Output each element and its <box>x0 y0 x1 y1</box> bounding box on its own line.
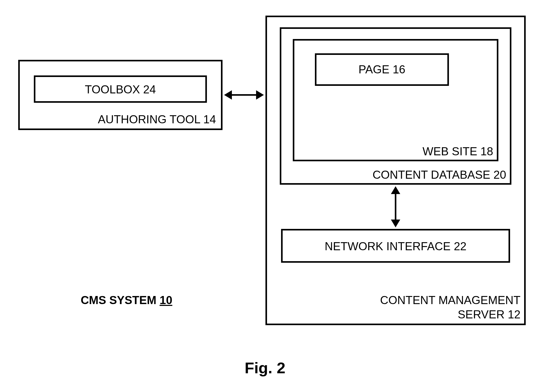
web-site-label: WEB SITE 18 <box>293 145 493 158</box>
diagram-stage: TOOLBOX 24 AUTHORING TOOL 14 CONTENT DAT… <box>0 0 546 392</box>
network-interface-label: NETWORK INTERFACE 22 <box>281 240 510 253</box>
cms-title-text: CMS SYSTEM <box>81 294 156 306</box>
figure-caption: Fig. 2 <box>245 359 285 377</box>
authoring-tool-label: AUTHORING TOOL 14 <box>34 113 216 126</box>
page-label: PAGE 16 <box>315 63 449 76</box>
server-label-line2: SERVER 12 <box>268 308 520 321</box>
server-label-line1: CONTENT MANAGEMENT <box>268 294 520 306</box>
toolbox-label: TOOLBOX 24 <box>34 83 207 96</box>
arrow-db-to-network <box>395 192 396 221</box>
cms-title: CMS SYSTEM 10 <box>81 294 172 306</box>
cms-title-ref: 10 <box>160 294 172 306</box>
content-database-label: CONTENT DATABASE 20 <box>280 169 506 181</box>
arrow-authoring-to-server <box>230 94 258 96</box>
